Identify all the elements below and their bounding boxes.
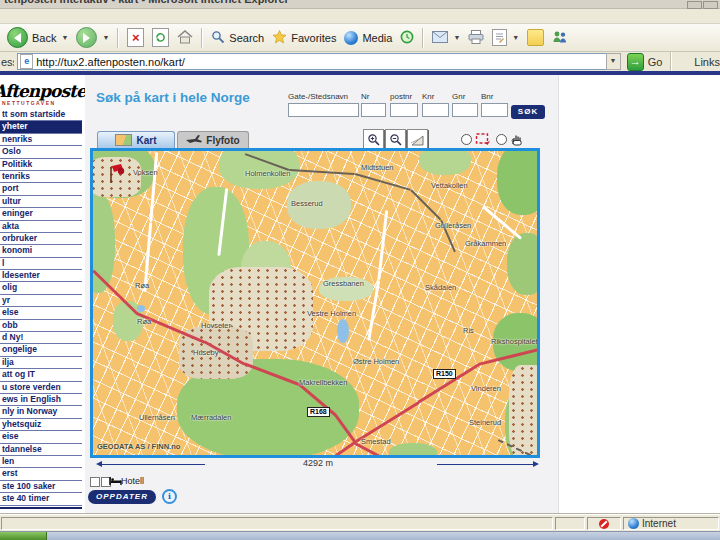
select-area-radio[interactable]: [461, 134, 472, 145]
map-panel: Søk på kart i hele Norge Gate-/Stedsnavn…: [85, 75, 559, 514]
discuss-icon: [527, 29, 544, 46]
close-button[interactable]: [703, 1, 718, 9]
map-place-label: Vinderen: [471, 384, 501, 393]
field-label: Gnr: [452, 92, 478, 102]
address-input[interactable]: e http://tux2.aftenposten.no/kart/: [17, 53, 620, 70]
discuss-button[interactable]: [523, 26, 548, 50]
refresh-button[interactable]: [148, 26, 173, 50]
sidebar-item[interactable]: yhetsquiz: [0, 419, 82, 431]
sidebar-item[interactable]: ste 100 saker: [0, 481, 82, 493]
field-input[interactable]: [361, 103, 386, 117]
sidebar-item[interactable]: ldesenter: [0, 270, 82, 282]
map-canvas[interactable]: VoksenHolmenkollenMidtstuenVettakollenBe…: [90, 148, 540, 458]
pan-hand-icon[interactable]: [508, 129, 527, 148]
hotel-checkbox[interactable]: [90, 477, 100, 487]
favorites-button[interactable]: Favorites: [268, 26, 340, 50]
map-area-shape: [337, 319, 349, 343]
pan-radio[interactable]: [496, 134, 507, 145]
scale-line-left: [99, 464, 205, 465]
field-input[interactable]: [390, 103, 418, 117]
sidebar-item[interactable]: Oslo: [0, 146, 82, 158]
sidebar-item[interactable]: eninger: [0, 208, 82, 220]
maximize-button[interactable]: [687, 1, 702, 9]
sidebar-item[interactable]: tenriks: [0, 171, 82, 183]
sidebar-item[interactable]: ongelige: [0, 344, 82, 356]
map-road: [410, 189, 441, 220]
hotel-label[interactable]: Hotell: [121, 476, 144, 486]
sidebar-item[interactable]: ultur: [0, 196, 82, 208]
sidebar-item[interactable]: tt som startside: [0, 109, 82, 121]
sidebar-item[interactable]: obb: [0, 320, 82, 332]
select-area-icon[interactable]: [473, 129, 492, 148]
zone-label: Internet: [642, 518, 676, 529]
history-button[interactable]: [396, 26, 418, 50]
search-field: Gate-/Stedsnavn: [288, 92, 359, 120]
taskbar-start-button-edge[interactable]: [0, 532, 47, 540]
search-label: Search: [229, 32, 264, 44]
map-place-label: Ullernåsen: [139, 413, 175, 422]
sidebar-item[interactable]: yheter: [0, 121, 82, 133]
sidebar-item[interactable]: nenriks: [0, 134, 82, 146]
map-place-label: Makrellbekken: [299, 378, 347, 387]
go-label[interactable]: Go: [648, 56, 663, 68]
sidebar-item[interactable]: eise: [0, 431, 82, 443]
mail-button[interactable]: ▼: [428, 26, 464, 50]
map-place-label: Gulleråsen: [435, 221, 471, 230]
back-button[interactable]: Back ▼: [3, 26, 72, 50]
field-input[interactable]: [288, 103, 359, 117]
sidebar-item[interactable]: d Ny!: [0, 332, 82, 344]
links-label[interactable]: Links: [694, 56, 720, 68]
sidebar-item[interactable]: olig: [0, 282, 82, 294]
sidebar-item[interactable]: tdannelse: [0, 444, 82, 456]
tab-flyfoto[interactable]: Flyfoto: [177, 131, 249, 148]
mail-dropdown-icon[interactable]: ▼: [453, 34, 460, 41]
sidebar-item[interactable]: len: [0, 456, 82, 468]
sidebar-item[interactable]: l: [0, 258, 82, 270]
sidebar-item[interactable]: yr: [0, 295, 82, 307]
back-dropdown-icon[interactable]: ▼: [61, 34, 68, 41]
home-button[interactable]: [173, 26, 197, 50]
forward-dropdown-icon[interactable]: ▼: [102, 34, 109, 41]
field-input[interactable]: [422, 103, 449, 117]
sidebar-item[interactable]: konomi: [0, 245, 82, 257]
map-place-label: Vettakollen: [431, 181, 468, 190]
info-icon[interactable]: i: [162, 489, 177, 504]
map-copyright: GEODATA AS / FINN.no: [97, 442, 180, 451]
map-area-shape: [509, 365, 537, 455]
map-area-shape: [507, 233, 537, 295]
sidebar-item[interactable]: else: [0, 307, 82, 319]
media-button[interactable]: Media: [340, 26, 396, 50]
messenger-button[interactable]: [548, 26, 572, 50]
sidebar-item[interactable]: u store verden: [0, 382, 82, 394]
sidebar-item[interactable]: att og IT: [0, 369, 82, 381]
update-button[interactable]: OPPDATER: [88, 490, 156, 504]
sidebar-item[interactable]: ste 40 timer: [0, 493, 82, 505]
forward-button[interactable]: ▼: [72, 26, 113, 50]
address-dropdown-icon[interactable]: ▼: [606, 53, 621, 70]
window-title: tenposten interaktiv - kart - Microsoft …: [4, 0, 720, 5]
stop-button[interactable]: ×: [123, 26, 148, 50]
sidebar-item[interactable]: akta: [0, 221, 82, 233]
sidebar-item[interactable]: ews in English: [0, 394, 82, 406]
sidebar-item[interactable]: erst: [0, 468, 82, 480]
sidebar-item[interactable]: orbruker: [0, 233, 82, 245]
sidebar-item[interactable]: nly in Norway: [0, 406, 82, 418]
zoom-out-tool[interactable]: [385, 129, 406, 150]
aftenposten-logo[interactable]: Aftenposten: [0, 81, 82, 101]
search-submit-button[interactable]: SØK: [511, 105, 545, 119]
go-button[interactable]: →: [627, 53, 644, 71]
field-input[interactable]: [481, 103, 508, 117]
field-input[interactable]: [452, 103, 478, 117]
edit-dropdown-icon[interactable]: ▼: [512, 34, 519, 41]
sidebar-item[interactable]: port: [0, 183, 82, 195]
print-button[interactable]: [464, 26, 488, 50]
tab-kart[interactable]: Kart: [97, 131, 175, 148]
measure-tool[interactable]: [407, 129, 428, 150]
map-place-label: Røa: [135, 281, 149, 290]
sidebar-item[interactable]: ilja: [0, 357, 82, 369]
zoom-in-tool[interactable]: [363, 129, 384, 150]
edit-button[interactable]: ▼: [488, 26, 523, 50]
search-button[interactable]: Search: [207, 26, 268, 50]
sidebar-item[interactable]: Politikk: [0, 159, 82, 171]
map-place-label: Midtstuen: [361, 163, 394, 172]
